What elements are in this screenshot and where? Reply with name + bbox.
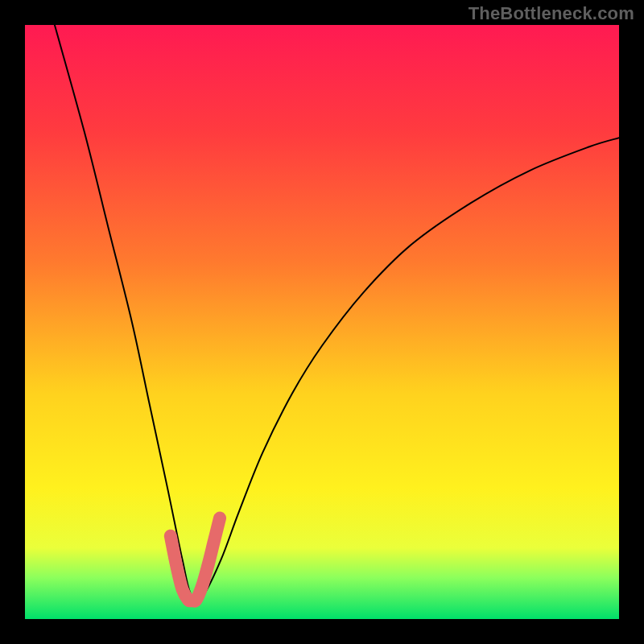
watermark-text: TheBottleneck.com — [469, 3, 634, 24]
gradient-background — [25, 25, 619, 619]
plot-svg — [25, 25, 619, 619]
plot-area — [25, 25, 619, 619]
chart-frame: TheBottleneck.com — [0, 0, 644, 644]
